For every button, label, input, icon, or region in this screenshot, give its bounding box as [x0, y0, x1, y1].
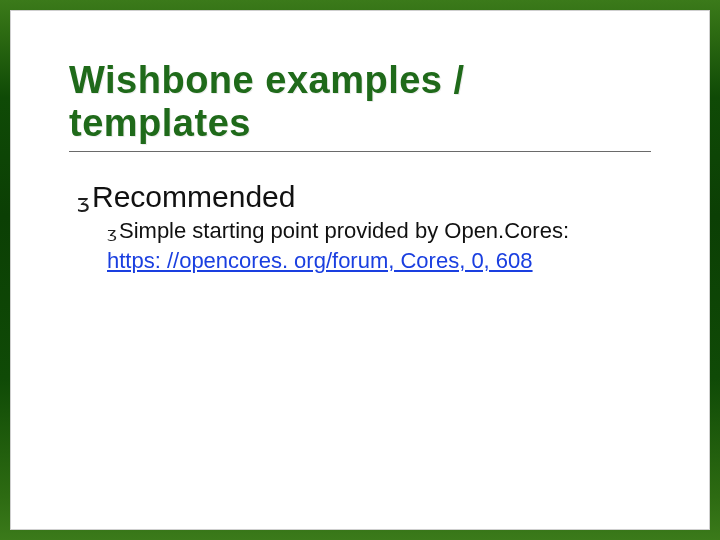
opencores-link[interactable]: https: //opencores. org/forum, Cores, 0,…	[107, 248, 533, 273]
slide-card: Wishbone examples / templates ʒ Recommen…	[10, 10, 710, 530]
slide-frame: Wishbone examples / templates ʒ Recommen…	[0, 0, 720, 540]
level2-rest: starting point provided by Open.Cores:	[186, 218, 569, 243]
bullet-level1: ʒ Recommended	[77, 180, 651, 214]
slide-title: Wishbone examples / templates	[69, 59, 651, 145]
level2-lead: Simple	[119, 218, 186, 243]
level1-text: Recommended	[92, 180, 295, 214]
flourish-bullet-icon: ʒ	[77, 193, 90, 211]
bullet-level2: ʒSimple starting point provided by Open.…	[107, 216, 651, 275]
level2-block: ʒSimple starting point provided by Open.…	[107, 216, 627, 275]
flourish-bullet-icon: ʒ	[107, 227, 117, 241]
title-underline	[69, 151, 651, 152]
